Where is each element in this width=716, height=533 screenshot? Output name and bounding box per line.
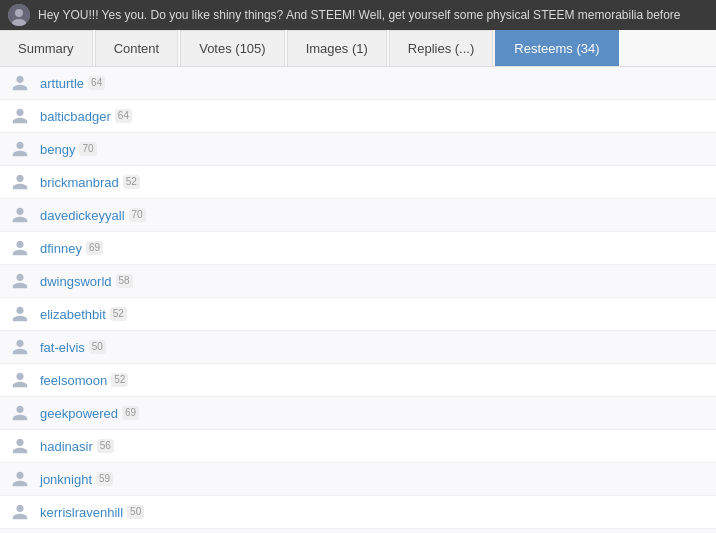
user-icon	[10, 139, 30, 159]
username-link[interactable]: artturtle	[40, 76, 84, 91]
username-link[interactable]: dwingsworld	[40, 274, 112, 289]
banner-avatar	[8, 4, 30, 26]
rep-badge: 69	[86, 241, 103, 255]
user-icon	[10, 436, 30, 456]
tab-votes[interactable]: Votes (105)	[180, 30, 285, 66]
rep-badge: 50	[127, 505, 144, 519]
username-link[interactable]: bengy	[40, 142, 75, 157]
username-link[interactable]: fat-elvis	[40, 340, 85, 355]
user-icon	[10, 502, 30, 522]
table-row: artturtle64	[0, 67, 716, 100]
banner-text: Hey YOU!!! Yes you. Do you like shiny th…	[38, 8, 681, 22]
rep-badge: 64	[88, 76, 105, 90]
table-row: hadinasir56	[0, 430, 716, 463]
table-row: bengy70	[0, 133, 716, 166]
user-icon	[10, 337, 30, 357]
table-row: balticbadger64	[0, 100, 716, 133]
user-icon	[10, 106, 30, 126]
tab-summary[interactable]: Summary	[0, 30, 93, 66]
user-icon	[10, 238, 30, 258]
table-row: feelsomoon52	[0, 364, 716, 397]
table-row: geekpowered69	[0, 397, 716, 430]
svg-point-1	[15, 9, 23, 17]
user-icon	[10, 403, 30, 423]
table-row: kerrislravenhill50	[0, 496, 716, 529]
table-row: dwingsworld58	[0, 265, 716, 298]
table-row: fat-elvis50	[0, 331, 716, 364]
rep-badge: 52	[111, 373, 128, 387]
user-icon	[10, 304, 30, 324]
username-link[interactable]: balticbadger	[40, 109, 111, 124]
rep-badge: 69	[122, 406, 139, 420]
rep-badge: 52	[123, 175, 140, 189]
user-icon	[10, 469, 30, 489]
rep-badge: 52	[110, 307, 127, 321]
username-link[interactable]: davedickeyyall	[40, 208, 125, 223]
username-link[interactable]: geekpowered	[40, 406, 118, 421]
tab-content[interactable]: Content	[95, 30, 179, 66]
user-icon	[10, 172, 30, 192]
table-row: elizabethbit52	[0, 298, 716, 331]
rep-badge: 56	[97, 439, 114, 453]
username-link[interactable]: kerrislravenhill	[40, 505, 123, 520]
username-link[interactable]: hadinasir	[40, 439, 93, 454]
table-row: jonknight59	[0, 463, 716, 496]
table-row: brickmanbrad52	[0, 166, 716, 199]
rep-badge: 70	[79, 142, 96, 156]
tabs-bar: SummaryContentVotes (105)Images (1)Repli…	[0, 30, 716, 67]
banner: Hey YOU!!! Yes you. Do you like shiny th…	[0, 0, 716, 30]
tab-resteems[interactable]: Resteems (34)	[495, 30, 618, 66]
rep-badge: 70	[129, 208, 146, 222]
rep-badge: 59	[96, 472, 113, 486]
rep-badge: 64	[115, 109, 132, 123]
table-row: klye73	[0, 529, 716, 533]
table-row: davedickeyyall70	[0, 199, 716, 232]
username-link[interactable]: feelsomoon	[40, 373, 107, 388]
rep-badge: 58	[116, 274, 133, 288]
user-icon	[10, 73, 30, 93]
username-link[interactable]: dfinney	[40, 241, 82, 256]
user-icon	[10, 205, 30, 225]
username-link[interactable]: brickmanbrad	[40, 175, 119, 190]
tab-replies[interactable]: Replies (...)	[389, 30, 493, 66]
user-icon	[10, 370, 30, 390]
user-list: artturtle64 balticbadger64 bengy70 brick…	[0, 67, 716, 533]
tab-images[interactable]: Images (1)	[287, 30, 387, 66]
table-row: dfinney69	[0, 232, 716, 265]
user-icon	[10, 271, 30, 291]
username-link[interactable]: jonknight	[40, 472, 92, 487]
username-link[interactable]: elizabethbit	[40, 307, 106, 322]
rep-badge: 50	[89, 340, 106, 354]
